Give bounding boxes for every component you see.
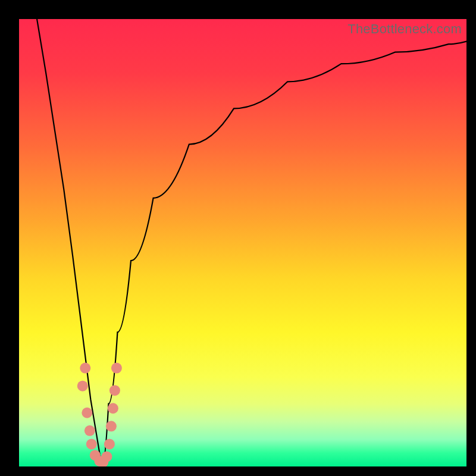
data-point — [104, 439, 115, 449]
chart-frame: TheBottleneck.com — [0, 0, 476, 476]
curve-left-branch — [37, 19, 102, 466]
data-point — [106, 421, 117, 431]
data-point — [101, 451, 112, 462]
data-point — [86, 439, 97, 449]
data-point — [82, 408, 92, 418]
data-point — [84, 425, 95, 436]
data-point — [80, 363, 90, 374]
data-point — [109, 385, 120, 396]
plot-area: TheBottleneck.com — [19, 19, 466, 466]
data-point — [111, 363, 122, 374]
data-point — [77, 381, 88, 392]
chart-svg — [19, 19, 466, 466]
curve-right-branch — [102, 42, 466, 466]
data-point — [108, 403, 118, 414]
